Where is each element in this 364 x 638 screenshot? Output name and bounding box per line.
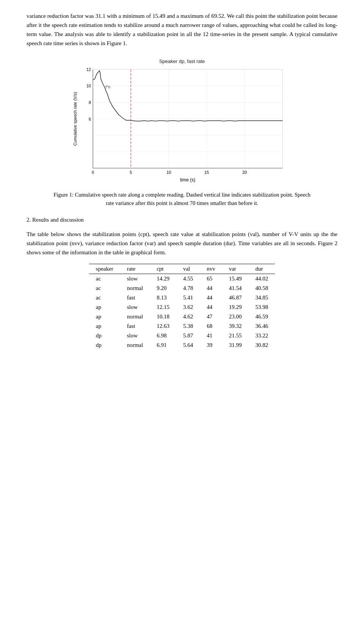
results-paragraph: The table below shows the stabilization … [27,230,337,257]
svg-text:10: 10 [166,170,171,175]
cell-4-2: 10.18 [150,312,176,321]
cell-4-3: 4.62 [176,312,200,321]
figure-1: Speaker dp, fast rate 12 10 8 6 [27,58,337,208]
table-row: acnormal9.204.784441.5440.58 [89,284,275,293]
table-row: acslow14.294.556515.4944.02 [89,274,275,284]
cell-1-0: ac [89,284,120,293]
cell-5-2: 12.63 [150,321,176,331]
svg-text:I^n: I^n [105,85,110,89]
section-title: 2. Results and discussion [27,215,337,224]
cell-2-0: ac [89,293,120,302]
cell-0-6: 44.02 [248,274,275,284]
table-row: apnormal10.184.624723.0046.59 [89,312,275,321]
cell-6-4: 41 [200,331,222,340]
cell-3-1: slow [120,302,150,312]
cell-4-6: 46.59 [248,312,275,321]
svg-text:12: 12 [86,67,91,72]
svg-text:20: 20 [242,170,247,175]
cell-5-4: 68 [200,321,222,331]
table-row: dpslow6.985.874121.5533.22 [89,331,275,340]
svg-text:8: 8 [89,100,91,105]
cell-3-3: 3.62 [176,302,200,312]
cell-7-3: 5.64 [176,340,200,351]
col-cpt: cpt [150,264,176,274]
table-row: acfast8.135.414446.8734.85 [89,293,275,302]
cell-7-1: normal [120,340,150,351]
chart-title: Speaker dp, fast rate [159,58,205,64]
svg-text:time (s): time (s) [180,177,195,183]
cell-4-5: 23.00 [222,312,249,321]
svg-text:0: 0 [92,170,94,175]
cell-0-3: 4.55 [176,274,200,284]
cell-1-2: 9.20 [150,284,176,293]
table-header-row: speaker rate cpt val nvv var dur [89,264,275,274]
cell-4-0: ap [89,312,120,321]
figure-caption: Figure 1: Cumulative speech rate along a… [53,191,311,208]
table-row: apfast12.635.386839.3236.46 [89,321,275,331]
col-val: val [176,264,200,274]
svg-text:5: 5 [130,170,132,175]
col-rate: rate [120,264,150,274]
svg-text:6: 6 [89,117,91,121]
cell-3-5: 19.29 [222,302,249,312]
table-row: dpnormal6.915.643931.9930.82 [89,340,275,351]
cell-6-6: 33.22 [248,331,275,340]
cell-3-4: 44 [200,302,222,312]
cell-6-5: 21.55 [222,331,249,340]
cell-7-4: 39 [200,340,222,351]
cell-1-1: normal [120,284,150,293]
svg-text:Cumulative speech rate (V/s): Cumulative speech rate (V/s) [73,92,77,146]
cell-5-0: ap [89,321,120,331]
svg-text:15: 15 [204,170,209,175]
cell-3-6: 53.98 [248,302,275,312]
cell-7-2: 6.91 [150,340,176,351]
cell-0-2: 14.29 [150,274,176,284]
cell-2-3: 5.41 [176,293,200,302]
col-speaker: speaker [89,264,120,274]
cell-2-1: fast [120,293,150,302]
svg-text:10: 10 [86,83,91,88]
cell-3-0: ap [89,302,120,312]
cell-5-5: 39.32 [222,321,249,331]
cell-2-6: 34.85 [248,293,275,302]
cell-6-1: slow [120,331,150,340]
cell-2-5: 46.87 [222,293,249,302]
chart-area: 12 10 8 6 0 5 10 15 20 time (s) Cumulati… [72,66,292,187]
cell-6-2: 6.98 [150,331,176,340]
cell-1-6: 40.58 [248,284,275,293]
table-row: apslow12.153.624419.2953.98 [89,302,275,312]
cell-7-0: dp [89,340,120,351]
cell-0-0: ac [89,274,120,284]
col-dur: dur [248,264,275,274]
cell-2-2: 8.13 [150,293,176,302]
paragraph-1: variance reduction factor was 31.1 with … [27,11,337,48]
cell-4-1: normal [120,312,150,321]
cell-4-4: 47 [200,312,222,321]
cell-6-3: 5.87 [176,331,200,340]
cell-2-4: 44 [200,293,222,302]
col-var: var [222,264,249,274]
cell-1-4: 44 [200,284,222,293]
col-nvv: nvv [200,264,222,274]
cell-1-3: 4.78 [176,284,200,293]
cell-0-5: 15.49 [222,274,249,284]
cell-7-6: 30.82 [248,340,275,351]
data-table: speaker rate cpt val nvv var dur acslow1… [89,264,275,351]
cell-7-5: 31.99 [222,340,249,351]
cell-0-4: 65 [200,274,222,284]
cell-0-1: slow [120,274,150,284]
cell-5-6: 36.46 [248,321,275,331]
cell-1-5: 41.54 [222,284,249,293]
cell-5-1: fast [120,321,150,331]
cell-3-2: 12.15 [150,302,176,312]
cell-6-0: dp [89,331,120,340]
cell-5-3: 5.38 [176,321,200,331]
